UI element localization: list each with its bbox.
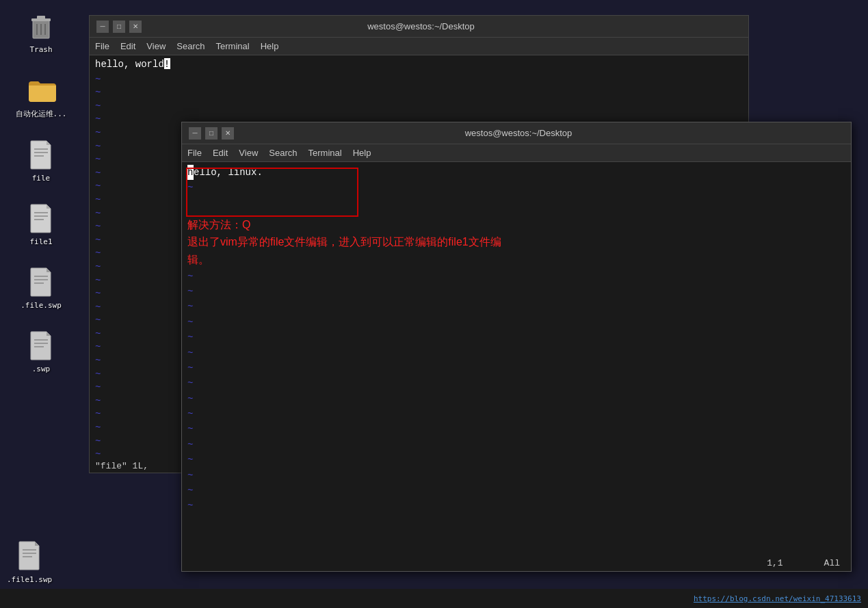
terminal2-menu-file[interactable]: File bbox=[187, 148, 202, 158]
terminal1-titlebar: ─ □ ✕ westos@westos:~/Desktop bbox=[90, 16, 748, 38]
terminal1-menu-view[interactable]: View bbox=[146, 41, 166, 51]
swp-icon bbox=[25, 329, 57, 362]
terminal1-line1: hello, world bbox=[95, 58, 164, 72]
file1-swp-item[interactable]: .file1.swp bbox=[7, 540, 52, 584]
terminal2-menu-edit[interactable]: Edit bbox=[213, 148, 228, 158]
file-icon bbox=[25, 138, 57, 171]
terminal1-menubar: File Edit View Search Terminal Help bbox=[90, 38, 748, 55]
terminal1-menu-file[interactable]: File bbox=[95, 41, 109, 51]
terminal1-status-text: "file" 1L, bbox=[95, 461, 148, 471]
terminal2-menubar: File Edit View Search Terminal Help bbox=[182, 144, 851, 162]
terminal2-vim-line1-container: hello, linux. bbox=[187, 165, 845, 180]
terminal2-spacer1 bbox=[187, 196, 845, 216]
terminal2-vim-area: hello, linux. ~ 解决方法：Q 退出了vim异常的file文件编辑… bbox=[182, 162, 851, 555]
terminal2-menu-terminal[interactable]: Terminal bbox=[308, 148, 342, 158]
terminal2-maximize-btn[interactable]: □ bbox=[205, 127, 218, 140]
terminal2-tildes2: ~ ~ ~ ~ ~ ~ ~ ~ ~ ~ ~ ~ ~ ~ ~ ~ bbox=[187, 269, 845, 514]
terminal2-controls: ─ □ ✕ bbox=[189, 127, 234, 140]
swp-label: .swp bbox=[32, 365, 51, 373]
terminal2-minimize-btn[interactable]: ─ bbox=[189, 127, 201, 140]
file1-item[interactable]: file1 bbox=[22, 199, 60, 249]
terminal1-close-btn[interactable]: ✕ bbox=[129, 21, 142, 33]
terminal2-content: hello, linux. ~ 解决方法：Q 退出了vim异常的file文件编辑… bbox=[182, 162, 851, 555]
svg-rect-2 bbox=[37, 16, 45, 19]
folder-icon bbox=[25, 73, 57, 106]
terminal1-menu-terminal[interactable]: Terminal bbox=[216, 41, 250, 51]
file-swp-icon bbox=[25, 265, 57, 298]
file-swp-item[interactable]: .file.swp bbox=[18, 263, 64, 313]
terminal2-menu-help[interactable]: Help bbox=[353, 148, 371, 158]
terminal1-minimize-btn[interactable]: ─ bbox=[96, 21, 109, 33]
terminal2-annotation1: 解决方法：Q bbox=[187, 216, 845, 234]
terminal1-menu-search[interactable]: Search bbox=[176, 41, 205, 51]
terminal1-controls: ─ □ ✕ bbox=[96, 21, 142, 33]
taskbar-url[interactable]: https://blog.csdn.net/weixin_47133613 bbox=[694, 594, 861, 603]
terminal2-position: 1,1 bbox=[767, 558, 782, 568]
terminal1-maximize-btn[interactable]: □ bbox=[113, 21, 125, 33]
file1-icon bbox=[25, 202, 57, 235]
terminal2-cursor: h bbox=[187, 165, 194, 180]
terminal2-menu-search[interactable]: Search bbox=[269, 148, 297, 158]
terminal1-menu-help[interactable]: Help bbox=[261, 41, 279, 51]
file-label: file bbox=[32, 174, 51, 183]
file1-label: file1 bbox=[29, 237, 52, 246]
trash-icon bbox=[25, 10, 57, 42]
file1-swp-label: .file1.swp bbox=[7, 575, 52, 584]
terminal2-position-mode: All bbox=[824, 558, 840, 568]
terminal1-title: westos@westos:~/Desktop bbox=[142, 21, 700, 31]
terminal-window-2: ─ □ ✕ westos@westos:~/Desktop File Edit … bbox=[181, 122, 852, 572]
terminal2-annotation2: 退出了vim异常的file文件编辑，进入到可以正常编辑的file1文件编 bbox=[187, 233, 845, 251]
terminal2-title: westos@westos:~/Desktop bbox=[234, 128, 803, 138]
file1-swp-icon bbox=[17, 540, 42, 572]
trash-label: Trash bbox=[29, 45, 52, 54]
trash-icon-item[interactable]: Trash bbox=[22, 7, 60, 57]
terminal2-close-btn[interactable]: ✕ bbox=[222, 127, 234, 140]
terminal1-cursor: ! bbox=[164, 58, 170, 69]
desktop-icons: Trash 自动化运维... bbox=[0, 0, 82, 383]
file-item[interactable]: file bbox=[22, 135, 60, 185]
terminal2-line1-rest: ello, linux. bbox=[194, 166, 263, 180]
terminal2-annotation3: 辑。 bbox=[187, 251, 845, 269]
terminal1-menu-edit[interactable]: Edit bbox=[120, 41, 135, 51]
folder-automation-item[interactable]: 自动化运维... bbox=[13, 70, 70, 122]
terminal2-menu-view[interactable]: View bbox=[239, 148, 258, 158]
taskbar: https://blog.csdn.net/weixin_47133613 bbox=[0, 589, 868, 608]
swp-item[interactable]: .swp bbox=[22, 326, 60, 376]
desktop: Trash 自动化运维... bbox=[0, 0, 868, 608]
terminal2-statusbar: 1,1 All bbox=[182, 555, 851, 571]
file-swp-label: .file.swp bbox=[21, 301, 62, 310]
folder-automation-label: 自动化运维... bbox=[16, 109, 67, 119]
terminal2-titlebar: ─ □ ✕ westos@westos:~/Desktop bbox=[182, 122, 851, 144]
